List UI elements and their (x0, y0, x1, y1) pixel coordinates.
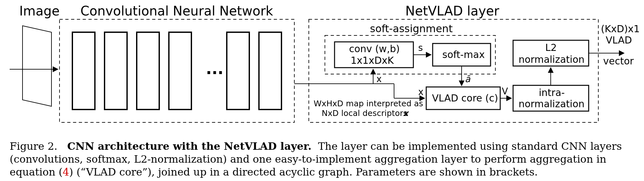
svg-rect-6 (169, 32, 191, 110)
x-label-2: x (418, 87, 424, 97)
equation-ref: 4 (63, 166, 69, 178)
soft-assignment-label: soft-assignment (370, 23, 453, 35)
caption-body-2: ) (“VLAD core”), joined up in a directed… (69, 166, 538, 178)
figure-title: CNN architecture with the NetVLAD layer. (67, 140, 311, 152)
output-label-2: VLAD (606, 34, 632, 46)
svg-text:normalization: normalization (519, 98, 584, 110)
softmax-block: soft-max (433, 43, 491, 66)
output-label-1: (KxD)x1 (601, 23, 640, 34)
cnn-label: Convolutional Neural Network (80, 4, 273, 18)
svg-rect-4 (105, 32, 127, 110)
svg-text:normalization: normalization (519, 54, 584, 65)
figure-number: Figure 2. (10, 140, 57, 152)
s-label: s (418, 43, 423, 53)
svg-rect-8 (259, 32, 281, 110)
cnn-layers (72, 32, 281, 110)
output-label-3: vector (603, 55, 634, 67)
l2-norm-block: L2 normalization (513, 40, 589, 66)
figure-caption: Figure 2. CNN architecture with the NetV… (0, 137, 644, 181)
svg-text:intra-: intra- (539, 87, 565, 98)
svg-rect-5 (137, 32, 159, 110)
svg-text:L2: L2 (545, 42, 557, 53)
abar-label: ā (465, 74, 471, 84)
intra-norm-block: intra- normalization (513, 85, 589, 111)
ellipsis: ... (206, 60, 224, 78)
x-label-1: x (376, 74, 382, 84)
input-image-plane (10, 26, 58, 106)
svg-text:1x1xDxK: 1x1xDxK (351, 55, 394, 66)
map-line2-x: x (403, 109, 409, 118)
v-label: V (502, 86, 508, 97)
svg-marker-0 (23, 26, 51, 106)
svg-text:conv (w,b): conv (w,b) (349, 43, 400, 54)
svg-text:VLAD core (c): VLAD core (c) (432, 92, 498, 104)
architecture-diagram: Image Convolutional Neural Network NetVL… (0, 0, 644, 135)
map-line2-prefix: NxD local descriptors (322, 109, 407, 118)
conv-block: conv (w,b) 1x1xDxK (335, 42, 413, 68)
vlad-core-block: VLAD core (c) (426, 87, 500, 110)
svg-text:soft-max: soft-max (442, 49, 485, 60)
map-line1: WxHxD map interpreted as (314, 99, 423, 108)
svg-rect-3 (72, 32, 95, 110)
netvlad-label: NetVLAD layer (405, 4, 500, 18)
image-label: Image (19, 4, 60, 18)
svg-rect-7 (227, 32, 249, 110)
